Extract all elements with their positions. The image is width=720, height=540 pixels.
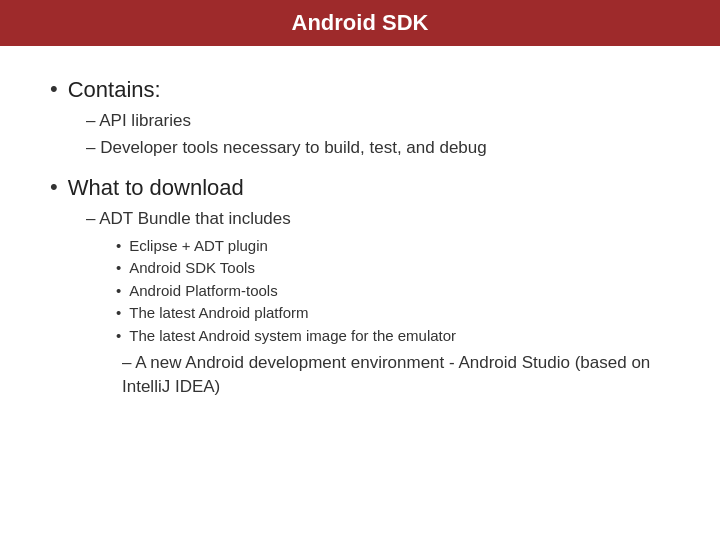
android-studio-dash: – A new Android development environment … [86, 351, 670, 399]
nested-item-1: Eclipse + ADT plugin [116, 235, 670, 258]
contains-label: Contains: [68, 76, 161, 105]
bullet-dot-1: • [50, 76, 58, 102]
adt-bundle-dash: – ADT Bundle that includes [86, 207, 670, 231]
contains-bullet: • Contains: [50, 76, 670, 105]
dash-3: – [86, 209, 99, 228]
page-header: Android SDK [0, 0, 720, 46]
nested-item-4: The latest Android platform [116, 302, 670, 325]
dash-1: – [86, 111, 99, 130]
nested-item-3: Android Platform-tools [116, 280, 670, 303]
download-bullet: • What to download [50, 174, 670, 203]
contains-sub-1: – API libraries [86, 109, 670, 133]
contains-sub-2: – Developer tools necessary to build, te… [86, 136, 670, 160]
dash-4: – [122, 353, 135, 372]
nested-item-2: Android SDK Tools [116, 257, 670, 280]
bullet-dot-2: • [50, 174, 58, 200]
nested-item-5: The latest Android system image for the … [116, 325, 670, 348]
download-section: • What to download – ADT Bundle that inc… [50, 174, 670, 398]
download-label: What to download [68, 174, 244, 203]
nested-list: Eclipse + ADT plugin Android SDK Tools A… [86, 235, 670, 348]
contains-sub-items: – API libraries – Developer tools necess… [50, 109, 670, 161]
main-content: • Contains: – API libraries – Developer … [0, 46, 720, 433]
download-sub-items: – ADT Bundle that includes Eclipse + ADT… [50, 207, 670, 399]
dash-2: – [86, 138, 100, 157]
page-title: Android SDK [292, 10, 429, 35]
contains-section: • Contains: – API libraries – Developer … [50, 76, 670, 160]
